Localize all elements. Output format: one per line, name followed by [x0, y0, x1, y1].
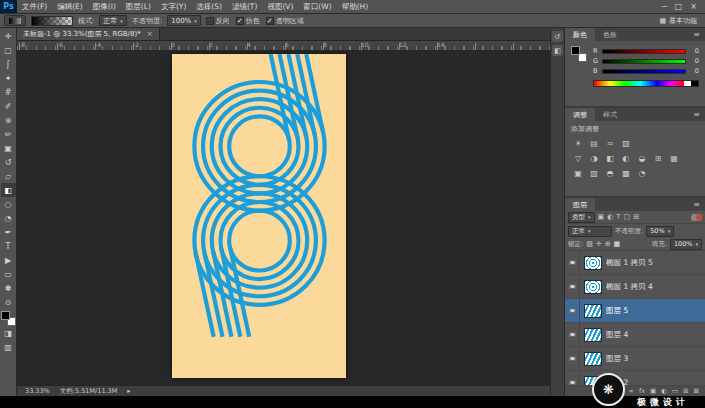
adjustment-icon[interactable]: ≈: [603, 137, 617, 150]
brush-tool[interactable]: ✏: [1, 127, 16, 141]
history-brush-tool[interactable]: ↺: [1, 155, 16, 169]
new-layer-icon[interactable]: ⊞: [683, 387, 688, 395]
visibility-toggle[interactable]: [565, 347, 580, 370]
reverse-checkbox[interactable]: 反向: [206, 16, 230, 26]
layer-style-icon[interactable]: fx: [639, 387, 645, 395]
visibility-toggle[interactable]: [565, 299, 580, 322]
adjustment-icon[interactable]: ☀: [571, 137, 585, 150]
delete-layer-icon[interactable]: ⊠: [694, 387, 699, 395]
tool-preset-picker[interactable]: [4, 15, 26, 26]
layer-filter-type-dropdown[interactable]: 类型: [568, 212, 595, 223]
layer-thumbnail[interactable]: [584, 304, 602, 318]
layer-filter-icon[interactable]: T: [616, 213, 620, 221]
adjustment-icon[interactable]: ⊞: [651, 152, 665, 165]
menu-window[interactable]: 窗口(W): [298, 0, 336, 13]
layer-thumbnail[interactable]: [584, 352, 602, 366]
artboard[interactable]: [172, 54, 346, 378]
mode-dropdown[interactable]: 正常: [99, 15, 127, 26]
lock-icon[interactable]: ■: [614, 240, 621, 248]
tab-swatches[interactable]: 色板: [595, 28, 625, 41]
shape-tool[interactable]: ▭: [1, 267, 16, 281]
hand-tool[interactable]: ✽: [1, 281, 16, 295]
foreground-color-swatch[interactable]: [1, 311, 10, 320]
layer-mask-icon[interactable]: ▣: [650, 387, 656, 395]
layer-thumbnail[interactable]: [584, 256, 602, 270]
clone-stamp-tool[interactable]: ▣: [1, 141, 16, 155]
adjustment-icon[interactable]: ▤: [587, 137, 601, 150]
layer-filter-icon[interactable]: ▢: [624, 213, 631, 221]
visibility-toggle[interactable]: [565, 371, 580, 385]
dodge-tool[interactable]: ◔: [1, 211, 16, 225]
adjustment-icon[interactable]: ▨: [587, 167, 601, 180]
menu-type[interactable]: 文字(Y): [156, 0, 191, 13]
layer-filter-icon[interactable]: ▣: [598, 213, 605, 221]
adjustment-icon[interactable]: ▽: [571, 152, 585, 165]
layer-fill-dropdown[interactable]: 100%: [670, 239, 702, 250]
menu-filter[interactable]: 滤镜(T): [227, 0, 262, 13]
layer-row[interactable]: 椭圆 1 拷贝 5: [565, 251, 705, 275]
collapsed-properties-panel-icon[interactable]: ◧: [552, 45, 563, 56]
type-tool[interactable]: T: [1, 239, 16, 253]
layer-thumbnail[interactable]: [584, 280, 602, 294]
workspace-switcher[interactable]: ▦ 基本功能: [655, 16, 701, 26]
layer-row[interactable]: 图层 3: [565, 347, 705, 371]
adjustment-icon[interactable]: ◑: [587, 152, 601, 165]
adjustment-layer-icon[interactable]: ◐: [661, 387, 667, 395]
screen-mode-icon[interactable]: ▥: [1, 340, 16, 354]
layer-filter-icon[interactable]: ◐: [607, 213, 613, 221]
canvas-area[interactable]: [17, 51, 550, 385]
status-menu-arrow[interactable]: ▸: [127, 387, 130, 395]
visibility-toggle[interactable]: [565, 323, 580, 346]
zoom-tool[interactable]: ⊙: [1, 295, 16, 309]
adjustment-icon[interactable]: ◓: [603, 167, 617, 180]
link-layers-icon[interactable]: ∞: [629, 387, 634, 395]
path-selection-tool[interactable]: ▶: [1, 253, 16, 267]
menu-file[interactable]: 文件(F): [17, 0, 52, 13]
adjustment-icon[interactable]: ◐: [619, 152, 633, 165]
opacity-dropdown[interactable]: 100%: [167, 15, 201, 26]
gradient-editor-preview[interactable]: [31, 16, 73, 26]
healing-brush-tool[interactable]: ⊕: [1, 113, 16, 127]
maximize-button[interactable]: □: [675, 2, 683, 11]
lock-icon[interactable]: ✛: [596, 240, 602, 248]
adjustment-icon[interactable]: ▩: [619, 167, 633, 180]
tab-adjustments[interactable]: 调整: [565, 108, 595, 121]
menu-image[interactable]: 图像(I): [88, 0, 121, 13]
adjustment-icon[interactable]: ◧: [603, 152, 617, 165]
marquee-tool[interactable]: ▢: [1, 43, 16, 57]
foreground-color-swatch[interactable]: [571, 46, 580, 55]
channel-slider[interactable]: [602, 49, 686, 54]
visibility-toggle[interactable]: [565, 251, 580, 274]
adjustment-icon[interactable]: ◒: [635, 152, 649, 165]
tab-close-icon[interactable]: ×: [147, 30, 153, 38]
layer-row[interactable]: 图层 2: [565, 371, 705, 385]
menu-edit[interactable]: 编辑(E): [52, 0, 88, 13]
adjustment-icon[interactable]: ◔: [635, 167, 649, 180]
zoom-level[interactable]: 33.33%: [25, 387, 50, 395]
adjustment-icon[interactable]: ▦: [667, 152, 681, 165]
tab-color[interactable]: 颜色: [565, 28, 595, 41]
adjustment-icon[interactable]: ▣: [571, 167, 585, 180]
layer-row[interactable]: 图层 5: [565, 299, 705, 323]
lock-icon[interactable]: ▨: [586, 240, 593, 248]
lock-icon[interactable]: ⊕: [605, 240, 611, 248]
dither-checkbox[interactable]: 仿色: [236, 16, 260, 26]
crop-tool[interactable]: #: [1, 85, 16, 99]
document-tab[interactable]: 未标题-1 @ 33.3%(图层 5, RGB/8)* ×: [17, 28, 160, 40]
blend-mode-dropdown[interactable]: 正常: [568, 226, 612, 237]
minimize-button[interactable]: ─: [662, 2, 667, 11]
layer-group-icon[interactable]: ▭: [672, 387, 678, 395]
menu-layer[interactable]: 图层(L): [121, 0, 156, 13]
layer-row[interactable]: 椭圆 1 拷贝 4: [565, 275, 705, 299]
menu-select[interactable]: 选择(S): [191, 0, 227, 13]
layer-filter-toggle[interactable]: [691, 214, 702, 221]
gradient-tool[interactable]: ◧: [1, 183, 16, 197]
pen-tool[interactable]: ✒: [1, 225, 16, 239]
tab-layers[interactable]: 图层: [565, 198, 595, 211]
quick-selection-tool[interactable]: ✦: [1, 71, 16, 85]
layer-row[interactable]: 图层 4: [565, 323, 705, 347]
lasso-tool[interactable]: ʃ: [1, 57, 16, 71]
color-spectrum-bar[interactable]: [593, 80, 699, 87]
visibility-toggle[interactable]: [565, 275, 580, 298]
menu-help[interactable]: 帮助(H): [337, 0, 374, 13]
